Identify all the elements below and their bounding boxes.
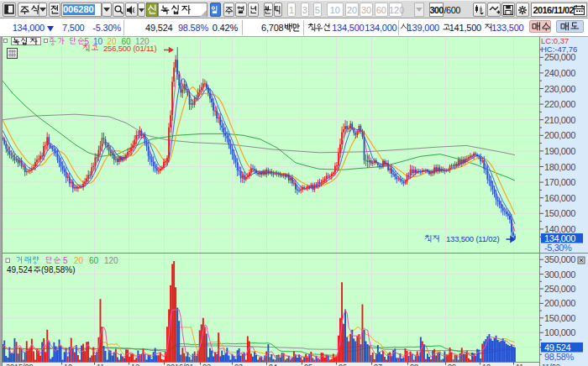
svg-text:220,000: 220,000 — [544, 99, 575, 109]
svg-text:02: 02 — [202, 363, 211, 366]
svg-text:10: 10 — [482, 363, 491, 366]
svg-text:08: 08 — [410, 363, 418, 366]
svg-text:150,000: 150,000 — [544, 313, 575, 323]
svg-text:04: 04 — [269, 363, 277, 366]
svg-text:60: 60 — [122, 37, 132, 46]
svg-text:11: 11 — [97, 363, 104, 366]
svg-text:120: 120 — [135, 37, 150, 46]
svg-text:300,000: 300,000 — [544, 269, 575, 280]
svg-text:250,000: 250,000 — [544, 52, 575, 62]
svg-text:49,524: 49,524 — [7, 265, 33, 274]
svg-text:150,000: 150,000 — [544, 208, 575, 218]
svg-text:98,58%: 98,58% — [544, 352, 575, 362]
svg-text:134,000: 134,000 — [544, 233, 575, 243]
svg-text:HC:-47,76: HC:-47,76 — [541, 44, 577, 54]
svg-text:10: 10 — [93, 37, 103, 46]
svg-text:20: 20 — [74, 256, 84, 265]
svg-text:11/02: 11/02 — [542, 363, 560, 366]
svg-text:60: 60 — [89, 256, 99, 265]
svg-text:11: 11 — [516, 363, 523, 366]
svg-text:350,000: 350,000 — [544, 254, 575, 264]
svg-text:07: 07 — [374, 363, 382, 366]
svg-text:240,000: 240,000 — [544, 68, 575, 78]
svg-text:2015/09: 2015/09 — [6, 363, 34, 366]
svg-text:180,000: 180,000 — [544, 162, 575, 172]
svg-text:12: 12 — [131, 363, 139, 366]
svg-text:120: 120 — [104, 256, 118, 265]
svg-text:100,000: 100,000 — [544, 327, 575, 337]
svg-text:-5,30%: -5,30% — [544, 243, 572, 253]
svg-text:03: 03 — [234, 363, 243, 366]
svg-text:10: 10 — [64, 363, 72, 366]
svg-text:250,000: 250,000 — [544, 284, 575, 294]
svg-text:190,000: 190,000 — [544, 146, 575, 156]
svg-text:49,524: 49,524 — [544, 342, 571, 353]
svg-text:05: 05 — [304, 363, 312, 366]
svg-text:09: 09 — [448, 363, 456, 366]
svg-text:133,500 (11/02): 133,500 (11/02) — [446, 234, 499, 243]
svg-text:230,000: 230,000 — [544, 84, 575, 94]
svg-text:2016/01: 2016/01 — [166, 363, 194, 366]
svg-text:210,000: 210,000 — [544, 115, 575, 125]
svg-text:200,000: 200,000 — [544, 130, 575, 140]
svg-text:06: 06 — [339, 363, 347, 366]
svg-text:200,000: 200,000 — [544, 298, 575, 308]
svg-text:20: 20 — [108, 37, 118, 46]
svg-text:170,000: 170,000 — [544, 177, 575, 187]
svg-text:5: 5 — [85, 37, 90, 46]
svg-text:(98,58%): (98,58%) — [41, 265, 76, 274]
svg-text:5: 5 — [63, 256, 68, 265]
svg-text:160,000: 160,000 — [544, 193, 575, 203]
